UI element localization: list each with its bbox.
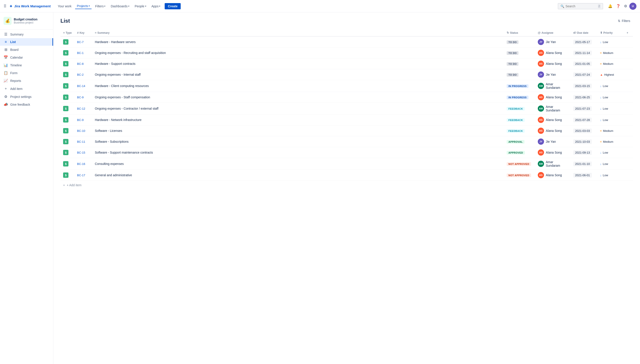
nav-your-work[interactable]: Your work bbox=[56, 4, 73, 9]
table-row[interactable]: $ BC-11 Software - Subscriptions APPROVA… bbox=[60, 136, 633, 147]
cell-summary: Ongoing expenses - Contractor / external… bbox=[92, 103, 504, 114]
status-badge[interactable]: IN PROGRESS bbox=[507, 96, 528, 99]
assignee-name: Jie Yan bbox=[546, 40, 556, 44]
issue-key[interactable]: BC-9 bbox=[77, 118, 84, 122]
people-caret-icon: ▾ bbox=[145, 5, 146, 7]
user-avatar[interactable]: U bbox=[629, 3, 636, 10]
status-badge[interactable]: FEEDBACK bbox=[507, 107, 525, 110]
assignee-name: Alana Song bbox=[546, 96, 562, 99]
status-badge[interactable]: TO DO bbox=[507, 51, 518, 55]
avatar: AS bbox=[538, 149, 544, 156]
issue-summary[interactable]: General and administrative bbox=[95, 173, 132, 177]
filters-button[interactable]: ⇅ Filters bbox=[615, 18, 633, 24]
priority-icon: ↓ bbox=[600, 118, 601, 122]
sidebar-item-form[interactable]: 📋 Form bbox=[0, 69, 53, 77]
issue-summary[interactable]: Consulting expenses bbox=[95, 162, 124, 166]
table-row[interactable]: $ BC-12 Ongoing expenses - Contractor / … bbox=[60, 103, 633, 114]
table-row[interactable]: $ BC-15 Software - Support maintenance c… bbox=[60, 147, 633, 158]
table-row[interactable]: $ BC-10 Software - Licenses FEEDBACK AS … bbox=[60, 126, 633, 136]
status-badge[interactable]: APPROVAL bbox=[507, 140, 524, 144]
col-header-add[interactable]: + bbox=[624, 29, 633, 36]
add-item-row[interactable]: + + Add item bbox=[60, 181, 633, 190]
nav-apps[interactable]: Apps ▾ bbox=[150, 4, 162, 9]
issue-key[interactable]: BC-10 bbox=[77, 129, 85, 132]
table-row[interactable]: $ BC-7 Hardware - Hardware servers TO DO… bbox=[60, 36, 633, 48]
issue-key[interactable]: BC-15 bbox=[77, 151, 85, 154]
issue-key[interactable]: BC-9 bbox=[77, 96, 84, 99]
issue-summary[interactable]: Hardware - Network infrastructure bbox=[95, 118, 142, 122]
give-feedback-icon: 📣 bbox=[4, 102, 8, 106]
table-row[interactable]: $ BC-1 Ongoing expenses - Recruiting and… bbox=[60, 48, 633, 58]
issue-summary[interactable]: Ongoing expenses - Recruiting and staff … bbox=[95, 51, 166, 54]
issue-summary[interactable]: Software - Subscriptions bbox=[95, 140, 129, 144]
sidebar-item-calendar[interactable]: 📅 Calendar bbox=[0, 54, 53, 61]
issue-summary[interactable]: Ongoing expenses - Staff compensation bbox=[95, 96, 150, 99]
status-badge[interactable]: TO DO bbox=[507, 62, 518, 66]
notifications-icon[interactable]: 🔔 bbox=[607, 3, 614, 10]
sidebar-item-label: Board bbox=[10, 48, 19, 52]
table-row[interactable]: $ BC-14 Hardware - Client computing reso… bbox=[60, 80, 633, 92]
avatar: AM bbox=[538, 106, 544, 112]
issue-summary[interactable]: Ongoing expenses - Contractor / external… bbox=[95, 107, 158, 110]
issue-key[interactable]: BC-17 bbox=[77, 174, 85, 177]
search-box[interactable]: 🔍 / bbox=[558, 3, 603, 9]
issue-key[interactable]: BC-16 bbox=[77, 162, 85, 166]
status-badge[interactable]: FEEDBACK bbox=[507, 129, 525, 133]
cell-summary: Software - Subscriptions bbox=[92, 136, 504, 147]
status-badge[interactable]: FEEDBACK bbox=[507, 118, 525, 122]
priority-cell: ↓ Low bbox=[600, 40, 621, 44]
sidebar-item-project-settings[interactable]: ⚙ Project settings bbox=[0, 93, 53, 100]
sidebar-item-reports[interactable]: 📈 Reports bbox=[0, 77, 53, 84]
table-row[interactable]: $ BC-2 Ongoing expenses - Internal staff… bbox=[60, 69, 633, 80]
issue-key[interactable]: BC-8 bbox=[77, 62, 84, 66]
table-row[interactable]: $ BC-9 Ongoing expenses - Staff compensa… bbox=[60, 92, 633, 103]
issue-summary[interactable]: Software - Licenses bbox=[95, 129, 122, 132]
issue-key[interactable]: BC-2 bbox=[77, 73, 84, 76]
status-badge[interactable]: IN PROGRESS bbox=[507, 84, 528, 88]
issue-summary[interactable]: Ongoing expenses - Internal staff bbox=[95, 73, 141, 76]
table-row[interactable]: $ BC-17 General and administrative NOT A… bbox=[60, 170, 633, 181]
jira-logo-icon: ✦ bbox=[9, 4, 13, 9]
nav-projects[interactable]: Projects ▾ bbox=[75, 3, 92, 9]
issue-key[interactable]: BC-14 bbox=[77, 84, 85, 88]
cell-type: $ bbox=[60, 126, 74, 136]
search-input[interactable] bbox=[566, 4, 597, 8]
table-header: ≡ Type # Key ≡ Summary bbox=[60, 29, 633, 36]
create-button[interactable]: Create bbox=[165, 3, 181, 9]
sidebar-item-list[interactable]: ≡ List bbox=[0, 38, 53, 46]
status-badge[interactable]: NOT APPROVED bbox=[507, 162, 531, 166]
avatar: AS bbox=[538, 117, 544, 123]
status-badge[interactable]: TO DO bbox=[507, 40, 518, 44]
app-logo[interactable]: ✦ Jira Work Management bbox=[9, 4, 51, 9]
nav-filters[interactable]: Filters ▾ bbox=[93, 4, 107, 9]
table-row[interactable]: $ BC-8 Hardware - Support contracts TO D… bbox=[60, 58, 633, 69]
issue-summary[interactable]: Hardware - Hardware servers bbox=[95, 40, 136, 44]
cell-add bbox=[624, 126, 633, 136]
sidebar-item-board[interactable]: ⊞ Board bbox=[0, 46, 53, 54]
sidebar-item-timeline[interactable]: 📊 Timeline bbox=[0, 61, 53, 69]
sidebar-item-add-item[interactable]: ＋ Add item bbox=[0, 84, 53, 93]
issue-key[interactable]: BC-11 bbox=[77, 140, 85, 144]
status-badge[interactable]: NOT APPROVED bbox=[507, 174, 531, 177]
sidebar: 💰 Budget creation Business project ☰ Sum… bbox=[0, 12, 53, 364]
nav-dashboards[interactable]: Dashboards ▾ bbox=[109, 4, 131, 9]
issue-key[interactable]: BC-12 bbox=[77, 107, 85, 110]
issue-summary[interactable]: Hardware - Client computing resources bbox=[95, 84, 149, 88]
issue-key[interactable]: BC-1 bbox=[77, 51, 84, 54]
status-badge[interactable]: TO DO bbox=[507, 73, 518, 76]
sidebar-item-give-feedback[interactable]: 📣 Give feedback bbox=[0, 100, 53, 108]
nav-people[interactable]: People ▾ bbox=[133, 4, 148, 9]
issue-summary[interactable]: Hardware - Support contracts bbox=[95, 62, 136, 66]
avatar: AS bbox=[538, 172, 544, 178]
issue-summary[interactable]: Software - Support maintenance contracts bbox=[95, 151, 153, 154]
cell-due-date: 2021-01-10 bbox=[571, 158, 597, 170]
table-row[interactable]: $ BC-9 Hardware - Network infrastructure… bbox=[60, 114, 633, 126]
settings-icon[interactable]: ⚙ bbox=[623, 3, 628, 10]
sidebar-item-summary[interactable]: ☰ Summary bbox=[0, 30, 53, 38]
apps-grid-icon[interactable]: ⠿ bbox=[4, 4, 7, 9]
issue-key[interactable]: BC-7 bbox=[77, 40, 84, 44]
cell-type: $ bbox=[60, 48, 74, 58]
table-row[interactable]: $ BC-16 Consulting expenses NOT APPROVED… bbox=[60, 158, 633, 170]
help-icon[interactable]: ❓ bbox=[615, 3, 622, 10]
status-badge[interactable]: APPROVED bbox=[507, 151, 525, 154]
